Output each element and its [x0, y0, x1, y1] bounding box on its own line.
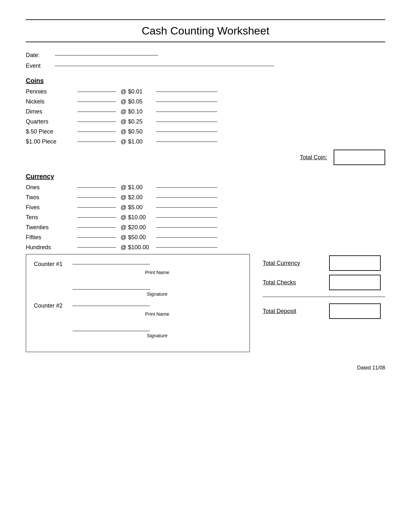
total-checks-box[interactable] — [329, 275, 381, 290]
total-deposit-box[interactable] — [329, 303, 381, 319]
currency-count-line-6[interactable] — [77, 247, 116, 248]
currency-item-label-3: Tens — [26, 214, 77, 221]
coin-row: Quarters @ $0.25 — [26, 118, 385, 125]
coin-row: $.50 Piece @ $0.50 — [26, 128, 385, 135]
counters-section: Counter #1 Print Name Signature Counter … — [26, 254, 250, 352]
coins-heading: Coins — [26, 77, 385, 84]
coin-result-line-4[interactable] — [156, 132, 217, 132]
currency-row: Ones @ $1.00 — [26, 184, 385, 191]
currency-section: Ones @ $1.00 Twos @ $2.00 Fives @ $5.00 … — [26, 184, 385, 251]
currency-result-line-1[interactable] — [156, 197, 217, 198]
coin-item-label-1: Nickels — [26, 98, 77, 105]
coin-count-line-3[interactable] — [77, 122, 116, 122]
coin-rate-4: @ $0.50 — [121, 128, 156, 135]
coin-row: Pennies @ $0.01 — [26, 88, 385, 95]
counter1-name-line[interactable] — [73, 264, 150, 264]
coin-item-label-3: Quarters — [26, 118, 77, 125]
currency-count-line-1[interactable] — [77, 197, 116, 198]
coin-count-line-1[interactable] — [77, 102, 116, 102]
currency-count-line-4[interactable] — [77, 227, 116, 228]
coin-result-line-5[interactable] — [156, 142, 217, 142]
coin-rate-5: @ $1.00 — [121, 138, 156, 145]
total-deposit-label: Total Deposit — [263, 308, 324, 315]
currency-item-label-4: Twenties — [26, 224, 77, 231]
currency-rate-3: @ $10.00 — [121, 214, 156, 221]
coin-result-line-1[interactable] — [156, 102, 217, 102]
dated-footer: Dated 11/08 — [26, 365, 385, 371]
coin-row: Nickels @ $0.05 — [26, 98, 385, 105]
counter1-print-name: Print Name — [73, 270, 242, 275]
counter2-block: Counter #2 Print Name Signature — [34, 302, 242, 338]
currency-result-line-6[interactable] — [156, 247, 217, 248]
page-title: Cash Counting Worksheet — [26, 22, 385, 40]
coin-rate-3: @ $0.25 — [121, 118, 156, 125]
currency-item-label-0: Ones — [26, 184, 77, 191]
coin-item-label-4: $.50 Piece — [26, 128, 77, 135]
currency-result-line-5[interactable] — [156, 237, 217, 238]
currency-item-label-5: Fifties — [26, 234, 77, 241]
currency-row: Fifties @ $50.00 — [26, 234, 385, 241]
coin-result-line-2[interactable] — [156, 112, 217, 112]
total-currency-box[interactable] — [329, 255, 381, 271]
currency-row: Tens @ $10.00 — [26, 214, 385, 221]
counter2-name-line[interactable] — [73, 306, 150, 306]
coin-rate-0: @ $0.01 — [121, 88, 156, 95]
currency-rate-2: @ $5.00 — [121, 204, 156, 211]
currency-count-line-5[interactable] — [77, 237, 116, 238]
total-checks-label: Total Checks — [263, 279, 324, 286]
counter2-sig-label: Signature — [73, 333, 242, 338]
event-line[interactable] — [55, 66, 274, 66]
currency-rate-0: @ $1.00 — [121, 184, 156, 191]
currency-item-label-2: Fives — [26, 204, 77, 211]
currency-result-line-0[interactable] — [156, 187, 217, 188]
total-currency-label: Total Currency — [263, 260, 324, 267]
counter1-sig-label: Signature — [73, 291, 242, 297]
currency-result-line-3[interactable] — [156, 217, 217, 218]
currency-row: Twos @ $2.00 — [26, 194, 385, 201]
currency-rate-4: @ $20.00 — [121, 224, 156, 231]
counter2-label: Counter #2 — [34, 302, 73, 309]
totals-section: Total Currency Total Checks Total Deposi… — [263, 254, 385, 352]
coin-result-line-3[interactable] — [156, 122, 217, 122]
currency-result-line-4[interactable] — [156, 227, 217, 228]
total-coin-box[interactable] — [334, 150, 385, 165]
currency-row: Hundreds @ $100.00 — [26, 244, 385, 251]
currency-count-line-0[interactable] — [77, 187, 116, 188]
currency-rate-5: @ $50.00 — [121, 234, 156, 241]
coin-row: $1.00 Piece @ $1.00 — [26, 138, 385, 145]
date-line[interactable] — [55, 55, 158, 55]
coin-row: Dimes @ $0.10 — [26, 108, 385, 115]
currency-rate-6: @ $100.00 — [121, 244, 156, 251]
total-coin-label: Total Coin: — [300, 154, 327, 161]
currency-rate-1: @ $2.00 — [121, 194, 156, 201]
counter1-sig-line[interactable] — [73, 289, 150, 290]
coin-item-label-5: $1.00 Piece — [26, 138, 77, 145]
coin-count-line-5[interactable] — [77, 142, 116, 142]
date-label: Date: — [26, 52, 52, 59]
coin-item-label-2: Dimes — [26, 108, 77, 115]
currency-item-label-6: Hundreds — [26, 244, 77, 251]
counter1-label: Counter #1 — [34, 261, 73, 268]
coins-section: Pennies @ $0.01 Nickels @ $0.05 Dimes @ … — [26, 88, 385, 145]
coin-rate-1: @ $0.05 — [121, 98, 156, 105]
currency-item-label-1: Twos — [26, 194, 77, 201]
currency-heading: Currency — [26, 173, 385, 180]
coin-count-line-4[interactable] — [77, 132, 116, 132]
coin-item-label-0: Pennies — [26, 88, 77, 95]
coin-count-line-2[interactable] — [77, 112, 116, 112]
counter2-sig-line[interactable] — [73, 331, 150, 331]
currency-count-line-2[interactable] — [77, 207, 116, 208]
currency-row: Fives @ $5.00 — [26, 204, 385, 211]
event-label: Event — [26, 63, 52, 69]
currency-row: Twenties @ $20.00 — [26, 224, 385, 231]
counter2-print-name: Print Name — [73, 311, 242, 317]
coin-rate-2: @ $0.10 — [121, 108, 156, 115]
currency-count-line-3[interactable] — [77, 217, 116, 218]
coin-count-line-0[interactable] — [77, 92, 116, 92]
coin-result-line-0[interactable] — [156, 92, 217, 92]
currency-result-line-2[interactable] — [156, 207, 217, 208]
counter1-block: Counter #1 Print Name Signature — [34, 261, 242, 297]
